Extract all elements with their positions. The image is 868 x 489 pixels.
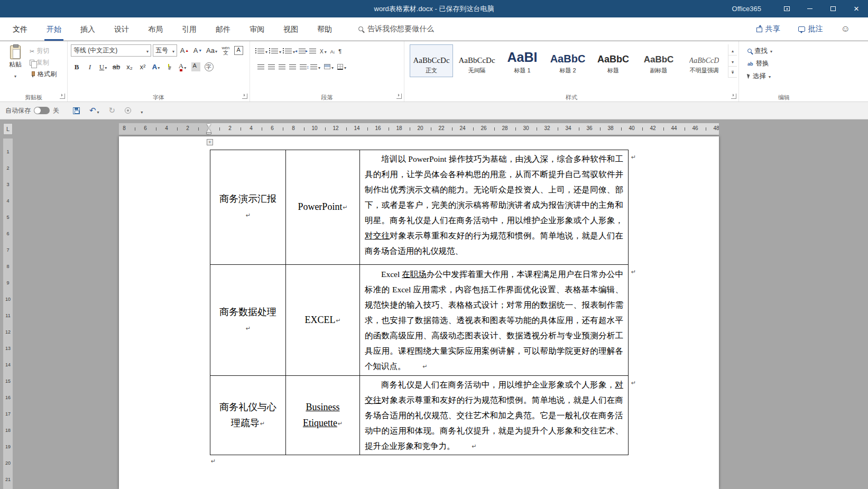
- styles-dialog-launcher-icon[interactable]: [731, 94, 736, 99]
- redo-button[interactable]: [109, 106, 116, 115]
- qat-customize-button[interactable]: [141, 106, 143, 115]
- phonetic-guide-button[interactable]: wén文: [220, 44, 232, 57]
- minimize-button[interactable]: [798, 0, 821, 17]
- paste-button[interactable]: 粘贴: [3, 44, 27, 80]
- multilevel-list-button[interactable]: [285, 46, 295, 56]
- styles-gallery-more-button[interactable]: [728, 67, 737, 78]
- autosave-switch[interactable]: [34, 107, 50, 114]
- touch-mode-button[interactable]: [125, 107, 131, 114]
- paragraph-dialog-launcher-icon[interactable]: [396, 94, 402, 99]
- align-center-button[interactable]: [268, 64, 275, 69]
- style-no-spacing[interactable]: AaBbCcDc 无间隔: [455, 44, 498, 77]
- style-heading-1[interactable]: AaBI 标题 1: [501, 44, 544, 77]
- tab-view[interactable]: 视图: [281, 17, 300, 41]
- find-button[interactable]: 查找: [742, 44, 826, 57]
- grow-font-button[interactable]: A▲: [179, 44, 190, 57]
- styles-scroll-up-button[interactable]: [728, 44, 737, 56]
- tab-file[interactable]: 文件: [11, 17, 30, 41]
- distributed-button[interactable]: [300, 64, 307, 69]
- text-effects-button[interactable]: A: [150, 61, 162, 73]
- style-subtle-emphasis[interactable]: AaBbCcD 不明显强调: [682, 44, 726, 77]
- ruler-number: 16: [3, 395, 13, 400]
- select-button[interactable]: 选择: [742, 70, 826, 82]
- close-button[interactable]: [845, 0, 868, 17]
- justify-button[interactable]: [289, 64, 296, 69]
- hanging-indent-marker[interactable]: [207, 128, 211, 132]
- superscript-button[interactable]: x²: [137, 61, 149, 73]
- undo-button[interactable]: [89, 106, 99, 115]
- clipboard-dialog-launcher-icon[interactable]: [60, 94, 65, 99]
- underline-button[interactable]: U: [97, 61, 109, 73]
- save-button[interactable]: [73, 107, 80, 114]
- comments-button[interactable]: 批注: [798, 24, 823, 34]
- character-shading-button[interactable]: A: [190, 61, 201, 73]
- increase-indent-button[interactable]: [309, 49, 316, 53]
- style-subtitle[interactable]: AaBbC 副标题: [637, 44, 680, 77]
- strikethrough-button[interactable]: ab: [110, 61, 122, 73]
- share-button[interactable]: 共享: [756, 24, 780, 34]
- tab-layout[interactable]: 布局: [146, 17, 165, 41]
- borders-button[interactable]: [337, 62, 346, 71]
- highlight-color-button[interactable]: [163, 61, 175, 73]
- align-right-button[interactable]: [279, 64, 285, 69]
- document-page[interactable]: + 商务演示汇报↵ PowerPoint↵ 培训以 PowerPoint 操作技…: [119, 136, 719, 489]
- tab-stop-selector[interactable]: L: [3, 123, 13, 135]
- tab-help[interactable]: 帮助: [315, 17, 334, 41]
- ribbon-display-options-button[interactable]: [775, 0, 798, 17]
- font-color-button[interactable]: A: [177, 61, 188, 73]
- left-indent-marker[interactable]: [206, 132, 211, 134]
- tab-references[interactable]: 引用: [180, 17, 199, 41]
- sort-button[interactable]: [330, 46, 335, 56]
- tell-me-search[interactable]: 告诉我你想要做什么: [358, 24, 434, 34]
- tab-insert[interactable]: 插入: [78, 17, 97, 41]
- style-heading-2[interactable]: AaBbC 标题 2: [546, 44, 589, 77]
- tab-mailings[interactable]: 邮件: [214, 17, 233, 41]
- cell-desc-2[interactable]: Excel 在职场办公中发挥着重大作用，本课程满足用户在日常办公中标准的 Exc…: [360, 265, 629, 376]
- format-painter-button[interactable]: 格式刷: [30, 70, 57, 79]
- editing-group-label: 编辑: [778, 94, 790, 100]
- numbering-button[interactable]: [271, 46, 281, 56]
- tab-design[interactable]: 设计: [112, 17, 131, 41]
- show-hide-marks-button[interactable]: [338, 46, 341, 56]
- feedback-smiley-button[interactable]: [841, 24, 850, 34]
- autosave-toggle[interactable]: 自动保存 关: [5, 106, 59, 115]
- shading-button[interactable]: [324, 62, 334, 71]
- cell-desc-1[interactable]: 培训以 PowerPoint 操作技巧为基础，由浅入深，综合多种软件和工具的利用…: [360, 150, 629, 265]
- asian-layout-button[interactable]: [320, 46, 327, 56]
- table-move-handle[interactable]: +: [207, 139, 213, 145]
- cell-tool-1[interactable]: PowerPoint↵: [286, 150, 360, 265]
- ruler-tick: [410, 127, 410, 131]
- styles-scroll-down-button[interactable]: [728, 56, 737, 67]
- subscript-button[interactable]: x₂: [124, 61, 135, 73]
- ruler-number: 8: [3, 264, 13, 269]
- maximize-button[interactable]: [821, 0, 845, 17]
- italic-button[interactable]: I: [84, 61, 96, 73]
- bold-button[interactable]: B: [71, 61, 82, 73]
- style-normal[interactable]: AaBbCcDc 正文: [410, 44, 453, 77]
- align-left-button[interactable]: [257, 64, 264, 69]
- cell-desc-3[interactable]: 商务礼仪是人们在商务活动中，用以维护企业形象或个人形象，对交往对象表示尊重和友好…: [360, 376, 629, 455]
- copy-button[interactable]: 复制: [30, 58, 57, 67]
- enclose-characters-button[interactable]: 字: [203, 61, 215, 73]
- style-title[interactable]: AaBbC 标题: [592, 44, 635, 77]
- line-spacing-button[interactable]: [310, 62, 320, 71]
- cell-course-3[interactable]: 商务礼仪与心理疏导↵: [210, 376, 286, 455]
- first-line-indent-marker[interactable]: [207, 124, 211, 127]
- cell-tool-2[interactable]: EXCEL↵: [286, 265, 360, 376]
- font-dialog-launcher-icon[interactable]: [242, 94, 247, 99]
- cell-course-1[interactable]: 商务演示汇报↵: [210, 150, 286, 265]
- cell-tool-3[interactable]: Business Etiquette↵: [286, 376, 360, 455]
- bullets-button[interactable]: [257, 46, 267, 56]
- shrink-font-button[interactable]: A▼: [192, 44, 204, 57]
- tab-review[interactable]: 审阅: [247, 17, 266, 41]
- tab-home[interactable]: 开始: [44, 17, 63, 41]
- font-size-select[interactable]: 五号: [153, 44, 177, 57]
- cut-button[interactable]: 剪切: [30, 47, 57, 56]
- ruler-number: 5: [3, 215, 13, 220]
- decrease-indent-button[interactable]: [299, 49, 306, 53]
- cell-course-2[interactable]: 商务数据处理↵: [210, 265, 286, 376]
- replace-button[interactable]: 替换: [742, 57, 826, 70]
- character-border-button[interactable]: A: [233, 44, 245, 57]
- change-case-button[interactable]: Aa: [205, 44, 218, 57]
- font-name-select[interactable]: 等线 (中文正文): [71, 44, 151, 57]
